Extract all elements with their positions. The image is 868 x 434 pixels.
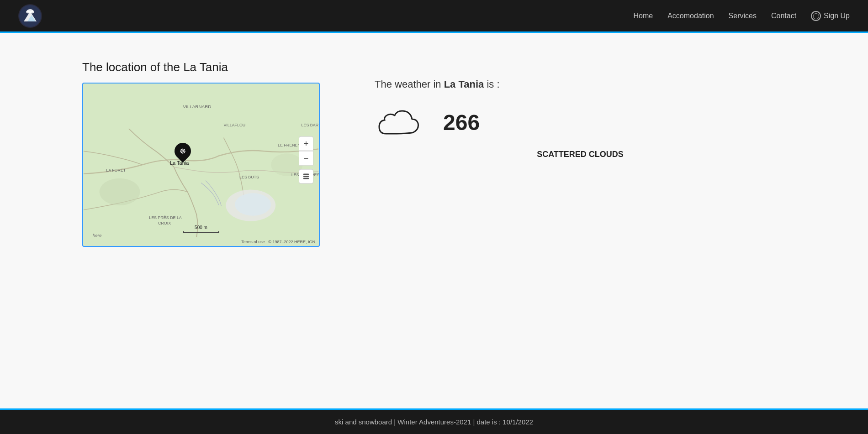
map-scale-label: 500 m [195, 225, 207, 230]
svg-rect-23 [303, 178, 309, 179]
main-content: The location of the La Tania [0, 33, 868, 408]
zoom-in-button[interactable]: + [299, 136, 313, 151]
user-icon: ◯ [811, 11, 821, 21]
svg-text:LES BAR: LES BAR [302, 123, 319, 127]
nav-links: Home Accomodation Services Contact ◯ Sig… [634, 11, 850, 21]
svg-text:VILLAFLOU: VILLAFLOU [223, 123, 245, 127]
svg-text:LA FORÊT: LA FORÊT [106, 168, 126, 173]
map-scale: 500 m [183, 225, 219, 233]
map-title: The location of the La Tania [82, 60, 320, 74]
weather-temperature: 266 [443, 110, 480, 135]
map-location-pin: ☸ La Tania [175, 143, 191, 159]
map-container[interactable]: VILLARNARD VILLAFLOU LES BAR LE FRENEY L… [82, 83, 320, 247]
svg-text:LES PRÉS DE LA: LES PRÉS DE LA [149, 215, 182, 220]
terms-of-use[interactable]: Terms of use [241, 240, 265, 244]
layers-button[interactable] [299, 169, 313, 184]
map-section: The location of the La Tania [82, 60, 320, 247]
nav-contact[interactable]: Contact [771, 12, 796, 20]
weather-display: 266 [375, 104, 786, 141]
map-attribution[interactable]: Terms of use © 1987–2022 HERE, IGN [241, 240, 315, 244]
navbar: Home Accomodation Services Contact ◯ Sig… [0, 0, 868, 33]
weather-title: The weather in La Tania is : [375, 78, 786, 90]
svg-text:VILLARNARD: VILLARNARD [183, 104, 211, 109]
footer: ski and snowboard | Winter Adventures-20… [0, 408, 868, 434]
svg-text:LE FRENEY: LE FRENEY [278, 143, 300, 147]
site-logo[interactable] [18, 4, 42, 28]
nav-accommodation[interactable]: Accomodation [667, 12, 714, 20]
nav-services[interactable]: Services [729, 12, 757, 20]
weather-location: La Tania [444, 78, 484, 90]
svg-rect-22 [303, 176, 309, 177]
map-controls: + − [299, 136, 313, 184]
signup-label: Sign Up [824, 12, 850, 20]
svg-rect-21 [303, 174, 309, 175]
footer-text: ski and snowboard | Winter Adventures-20… [335, 418, 533, 426]
pin-inner-icon: ☸ [180, 147, 186, 156]
pin-label: La Tania [170, 160, 189, 166]
svg-text:CROIX: CROIX [158, 221, 171, 225]
svg-point-8 [235, 193, 271, 215]
zoom-out-button[interactable]: − [299, 151, 313, 166]
weather-condition: SCATTERED CLOUDS [375, 150, 786, 159]
signup-button[interactable]: ◯ Sign Up [811, 11, 850, 21]
copyright: © 1987–2022 HERE, IGN [268, 240, 315, 244]
svg-text:here: here [93, 233, 102, 238]
weather-title-prefix: The weather in [375, 78, 444, 90]
cloud-icon [375, 104, 425, 141]
weather-section: The weather in La Tania is : 266 SCATTER… [375, 60, 786, 159]
nav-home[interactable]: Home [634, 12, 653, 20]
svg-point-5 [30, 10, 34, 13]
svg-text:LES BUTS: LES BUTS [239, 175, 259, 179]
weather-title-suffix: is : [484, 78, 499, 90]
svg-point-9 [100, 178, 140, 205]
